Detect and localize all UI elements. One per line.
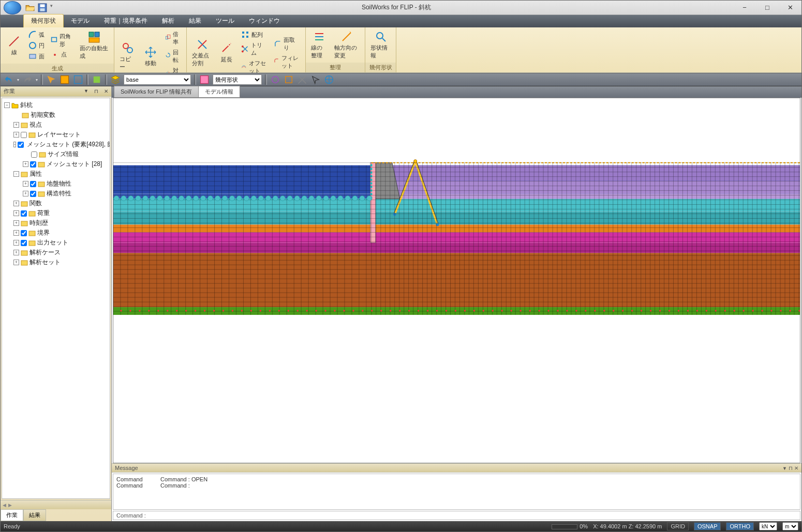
shapeinfo-button[interactable]: 形状情報 xyxy=(368,29,393,60)
tab-tool[interactable]: ツール xyxy=(209,14,242,27)
copy-button[interactable]: コピー xyxy=(117,41,138,72)
tree-expand-icon[interactable]: - xyxy=(13,142,16,147)
arc-button[interactable]: 弧 xyxy=(26,29,47,40)
tree-expand-icon[interactable]: + xyxy=(13,250,19,255)
view-icon-4[interactable] xyxy=(310,74,321,85)
tree-item[interactable]: +構造特性 xyxy=(2,189,110,199)
msg-dropdown-icon[interactable]: ▼ xyxy=(782,466,787,471)
tree-item[interactable]: -属性 xyxy=(2,169,110,179)
tree-view[interactable]: − 斜杭 初期変数+視点+レイヤーセット-メッシュセット (要素[4928], … xyxy=(2,98,110,499)
tree-expand-icon[interactable]: + xyxy=(23,161,28,167)
tree-item[interactable]: +関数 xyxy=(2,199,110,208)
tree-item[interactable]: サイズ情報 xyxy=(2,149,110,159)
layer-select[interactable]: base xyxy=(124,74,191,85)
tree-checkbox[interactable] xyxy=(21,210,27,217)
tree-root[interactable]: 斜杭 xyxy=(20,101,33,110)
rotate-button[interactable]: 回転 xyxy=(163,48,183,65)
close-button[interactable]: ✕ xyxy=(779,1,801,15)
tab-analysis[interactable]: 解析 xyxy=(155,14,182,27)
tree-item[interactable]: +境界 xyxy=(2,228,110,238)
grid-toggle[interactable]: GRID xyxy=(667,522,689,530)
tree-item[interactable]: +出力セット xyxy=(2,238,110,248)
tree-expand-icon[interactable]: + xyxy=(13,122,19,128)
circle-button[interactable]: 円 xyxy=(26,40,47,51)
tree-expand-icon[interactable]: + xyxy=(13,220,19,226)
tree-checkbox[interactable] xyxy=(21,240,27,246)
minimize-button[interactable]: − xyxy=(733,1,756,15)
tree-checkbox[interactable] xyxy=(30,191,36,197)
mode-select[interactable]: 幾何形状 xyxy=(213,74,262,85)
unit-length-select[interactable]: m xyxy=(782,522,798,530)
panel-nav-left-icon[interactable]: ◀ xyxy=(3,503,6,508)
doc-tab-model[interactable]: モデル情報 xyxy=(198,86,240,98)
intersect-button[interactable]: 交差点分割 xyxy=(190,37,214,68)
tree-item[interactable]: +荷重 xyxy=(2,208,110,218)
chamfer-button[interactable]: 面取り xyxy=(272,35,302,53)
panel-dropdown-icon[interactable]: ▼ xyxy=(84,88,88,95)
tree-checkbox[interactable] xyxy=(30,181,36,187)
view-icon-1[interactable] xyxy=(270,74,280,85)
tab-window[interactable]: ウィンドウ xyxy=(242,14,287,27)
tab-geometry[interactable]: 幾何形状 xyxy=(23,14,64,27)
msg-close-icon[interactable]: ✕ xyxy=(794,465,798,471)
move-button[interactable]: 移動 xyxy=(140,45,161,68)
tree-item[interactable]: 初期変数 xyxy=(2,110,110,120)
ortho-toggle[interactable]: ORTHO xyxy=(726,522,754,530)
save-icon[interactable] xyxy=(38,3,47,12)
view-icon-2[interactable] xyxy=(284,74,294,85)
panel-nav-right-icon[interactable]: ▶ xyxy=(8,503,12,508)
tree-item[interactable]: +時刻歴 xyxy=(2,218,110,228)
tree-expand-icon[interactable]: + xyxy=(13,230,19,236)
point-button[interactable]: 点 xyxy=(49,50,76,60)
scale-button[interactable]: 倍率 xyxy=(163,29,183,47)
tree-expand-icon[interactable]: + xyxy=(23,191,28,196)
tree-expand-icon[interactable]: + xyxy=(13,210,19,216)
redo-icon[interactable] xyxy=(22,74,33,85)
view-icon-3[interactable] xyxy=(297,74,307,85)
tree-checkbox[interactable] xyxy=(21,132,27,138)
line-button[interactable]: 線 xyxy=(4,34,24,57)
doc-tab-info[interactable]: SoilWorks for FLIP 情報共有 xyxy=(114,86,199,98)
tree-checkbox[interactable] xyxy=(18,142,24,148)
layer-icon[interactable] xyxy=(110,74,121,85)
axis-button[interactable]: 軸方向の変更 xyxy=(332,29,362,60)
extend-button[interactable]: 延長 xyxy=(216,41,237,65)
tab-result[interactable]: 結果 xyxy=(23,509,46,521)
trim-button[interactable]: トリム xyxy=(239,40,270,58)
app-menu-button[interactable] xyxy=(4,1,21,14)
tree-expand-icon[interactable]: + xyxy=(23,181,28,187)
tab-work[interactable]: 作業 xyxy=(1,509,23,521)
tree-item[interactable]: +メッシュセット [28] xyxy=(2,159,110,169)
msg-pin-icon[interactable]: ⊓ xyxy=(789,465,793,471)
tool-icon-2[interactable] xyxy=(60,74,70,85)
tree-expand-icon[interactable]: − xyxy=(4,102,10,108)
tab-model[interactable]: モデル xyxy=(64,14,97,27)
qat-dropdown-icon[interactable]: ▾ xyxy=(50,3,60,12)
tree-expand-icon[interactable]: + xyxy=(13,132,19,138)
tree-checkbox[interactable] xyxy=(21,230,27,236)
panel-pin-icon[interactable]: ⊓ xyxy=(94,88,98,95)
tree-item[interactable]: +視点 xyxy=(2,120,110,130)
mode-icon[interactable] xyxy=(199,74,210,85)
tree-expand-icon[interactable]: + xyxy=(13,201,19,206)
open-icon[interactable] xyxy=(25,3,35,12)
tab-load-boundary[interactable]: 荷重｜境界条件 xyxy=(97,14,155,27)
osnap-toggle[interactable]: OSNAP xyxy=(694,522,721,530)
command-input[interactable]: Command : xyxy=(113,511,800,520)
tree-item[interactable]: +地盤物性 xyxy=(2,179,110,189)
unit-force-select[interactable]: kN xyxy=(759,522,777,530)
tree-item[interactable]: +レイヤーセット xyxy=(2,130,110,140)
tree-expand-icon[interactable]: + xyxy=(13,240,19,246)
tree-expand-icon[interactable]: - xyxy=(13,171,19,177)
arrange-button[interactable]: 線の整理 xyxy=(309,29,330,60)
maximize-button[interactable]: □ xyxy=(756,1,779,15)
tab-result[interactable]: 結果 xyxy=(182,14,209,27)
tree-checkbox[interactable] xyxy=(30,161,36,168)
face-button[interactable]: 面 xyxy=(26,51,47,62)
tool-icon-1[interactable] xyxy=(46,74,56,85)
model-viewport[interactable] xyxy=(113,98,800,463)
autoface-button[interactable]: 面の自動生成 xyxy=(78,30,111,61)
array-button[interactable]: 配列 xyxy=(239,29,270,40)
tree-item[interactable]: +解析セット xyxy=(2,257,110,267)
tree-item[interactable]: +解析ケース xyxy=(2,248,110,257)
